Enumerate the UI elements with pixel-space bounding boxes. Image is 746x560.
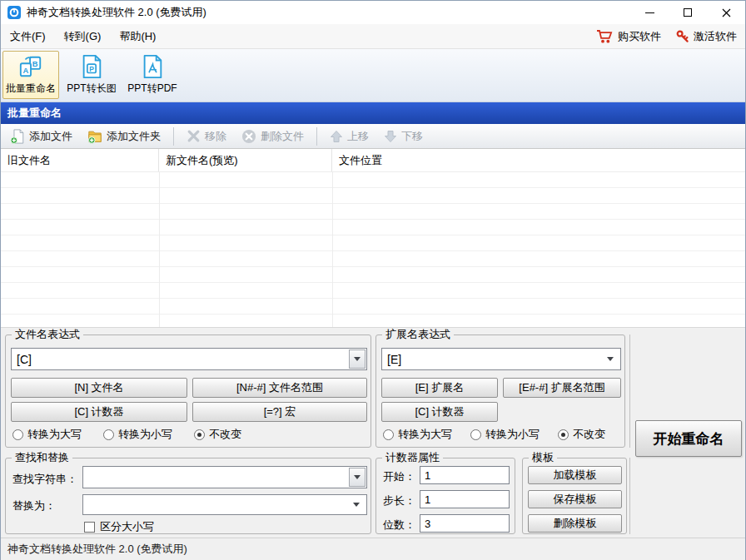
radio-icon	[470, 429, 481, 440]
load-template-button[interactable]: 加载模板	[528, 466, 622, 484]
move-up-button[interactable]: 上移	[322, 126, 376, 147]
menu-help[interactable]: 帮助(H)	[110, 24, 165, 48]
replace-with-label: 替换为：	[12, 498, 56, 513]
macro-filename-range-button[interactable]: [N#-#] 文件名范围	[192, 378, 367, 398]
chevron-down-icon	[607, 357, 614, 361]
replace-with-combo[interactable]	[82, 494, 367, 515]
filename-radio-lowercase[interactable]: 转换为小写	[103, 427, 172, 442]
table-grid-vline	[332, 172, 333, 327]
section-header: 批量重命名	[1, 102, 745, 124]
filename-expression-combo[interactable]: [C]	[11, 348, 367, 370]
buy-software-label: 购买软件	[618, 29, 661, 44]
case-sensitive-checkbox[interactable]: 区分大小写	[84, 519, 154, 534]
filename-radio-unchanged[interactable]: 不改变	[194, 427, 241, 442]
delete-file-icon	[241, 129, 256, 144]
macro-extension-range-button[interactable]: [E#-#] 扩展名范围	[503, 378, 621, 398]
radio-selected-icon	[558, 429, 569, 440]
remove-label: 移除	[205, 129, 226, 144]
title-bar: 神奇文档转换处理软件 2.0 (免费试用)	[1, 1, 745, 24]
extension-radio-unchanged[interactable]: 不改变	[558, 427, 605, 442]
counter-start-input[interactable]	[420, 466, 510, 484]
counter-properties-title: 计数器属性	[382, 452, 443, 463]
filename-case-radio-group: 转换为大写 转换为小写 不改变	[12, 427, 241, 442]
ribbon-toolbar: B A 批量重命名 P PPT转长图 PPT转PDF	[1, 49, 745, 102]
ppt-to-pdf-icon	[140, 54, 165, 79]
delete-file-button[interactable]: 删除文件	[234, 126, 311, 147]
add-folder-button[interactable]: 添加文件夹	[80, 126, 168, 147]
radio-label: 转换为大写	[27, 427, 82, 442]
extension-expression-group: 扩展名表达式 [E] [E] 扩展名 [E#-#] 扩展名范围 [C] 计数器 …	[375, 335, 625, 448]
section-title: 批量重命名	[7, 106, 62, 121]
maximize-button[interactable]	[669, 1, 707, 24]
menu-right-links: 购买软件 激活软件	[596, 29, 745, 44]
add-folder-icon	[87, 129, 102, 144]
status-bar: 神奇文档转换处理软件 2.0 (免费试用)	[1, 538, 745, 560]
buy-software-link[interactable]: 购买软件	[596, 29, 661, 44]
ppt-to-long-image-icon: P	[79, 54, 104, 79]
counter-step-input[interactable]	[420, 490, 510, 508]
find-string-combo[interactable]	[82, 466, 367, 488]
window-controls	[630, 1, 745, 24]
close-button[interactable]	[707, 1, 745, 24]
svg-text:P: P	[89, 65, 94, 73]
remove-button[interactable]: 移除	[179, 126, 234, 147]
filename-expression-value: [C]	[12, 353, 348, 366]
radio-label: 转换为小写	[118, 427, 172, 442]
key-icon	[676, 30, 689, 43]
find-string-dropdown-button[interactable]	[349, 468, 366, 487]
menu-goto[interactable]: 转到(G)	[55, 24, 111, 48]
svg-text:A: A	[23, 67, 29, 75]
counter-digits-input[interactable]	[420, 514, 510, 533]
file-table-body[interactable]	[1, 172, 745, 327]
minimize-button[interactable]	[630, 1, 669, 24]
extension-expression-combo[interactable]: [E]	[381, 348, 621, 370]
radio-label: 不改变	[209, 427, 241, 442]
column-new-filename-preview[interactable]: 新文件名(预览)	[159, 149, 332, 171]
template-group: 模板 加载模板 保存模板 删除模板	[522, 458, 627, 534]
app-window: 神奇文档转换处理软件 2.0 (免费试用) 文件(F) 转到(G) 帮助(H) …	[0, 0, 746, 560]
extension-expression-value: [E]	[382, 353, 600, 366]
tab-ppt-to-pdf[interactable]: PPT转PDF	[124, 51, 181, 99]
chevron-down-icon	[353, 503, 360, 507]
options-panel: 文件名表达式 [C] [N] 文件名 [N#-#] 文件名范围 [C] 计数器 …	[1, 327, 745, 538]
app-icon	[7, 6, 21, 19]
move-down-label: 下移	[401, 129, 423, 144]
filename-radio-uppercase[interactable]: 转换为大写	[12, 427, 82, 442]
extension-radio-uppercase[interactable]: 转换为大写	[383, 427, 452, 442]
start-rename-button[interactable]: 开始重命名	[635, 420, 742, 457]
close-icon	[722, 8, 731, 17]
replace-with-dropdown-button[interactable]	[347, 496, 366, 513]
macro-filename-button[interactable]: [N] 文件名	[11, 378, 187, 398]
macro-extension-button[interactable]: [E] 扩展名	[381, 378, 498, 398]
move-up-icon	[330, 130, 343, 143]
tab-ppt-to-long-image[interactable]: P PPT转长图	[63, 51, 120, 99]
radio-icon	[12, 429, 23, 440]
extension-radio-lowercase[interactable]: 转换为小写	[470, 427, 540, 442]
macro-macro-button[interactable]: [=?] 宏	[192, 402, 367, 422]
move-down-icon	[384, 130, 397, 143]
table-grid-vline	[159, 172, 160, 327]
column-file-location[interactable]: 文件位置	[332, 149, 745, 171]
macro-counter-button[interactable]: [C] 计数器	[11, 402, 187, 422]
filename-combo-dropdown-button[interactable]	[349, 349, 366, 369]
tab-ppt-to-pdf-label: PPT转PDF	[127, 82, 177, 96]
move-up-label: 上移	[347, 129, 369, 144]
radio-icon	[103, 429, 114, 440]
add-file-button[interactable]: 添加文件	[2, 126, 80, 147]
delete-template-button[interactable]: 删除模板	[528, 514, 622, 533]
tab-batch-rename[interactable]: B A 批量重命名	[2, 51, 59, 99]
save-template-button[interactable]: 保存模板	[528, 490, 622, 508]
extension-combo-dropdown-button[interactable]	[601, 349, 619, 369]
file-list-table[interactable]: 旧文件名 新文件名(预览) 文件位置	[1, 149, 745, 327]
add-file-icon	[10, 129, 25, 144]
case-sensitive-label: 区分大小写	[100, 519, 154, 534]
column-old-filename[interactable]: 旧文件名	[1, 149, 159, 171]
menu-file[interactable]: 文件(F)	[1, 24, 55, 48]
activate-software-link[interactable]: 激活软件	[676, 29, 737, 44]
tab-batch-rename-label: 批量重命名	[6, 82, 56, 96]
filename-expression-title: 文件名表达式	[12, 329, 83, 340]
macro-extension-counter-button[interactable]: [C] 计数器	[381, 402, 498, 422]
toolbar-separator	[316, 127, 317, 146]
find-replace-group: 查找和替换 查找字符串： 替换为： 区分大小写	[5, 458, 371, 534]
move-down-button[interactable]: 下移	[376, 126, 430, 147]
